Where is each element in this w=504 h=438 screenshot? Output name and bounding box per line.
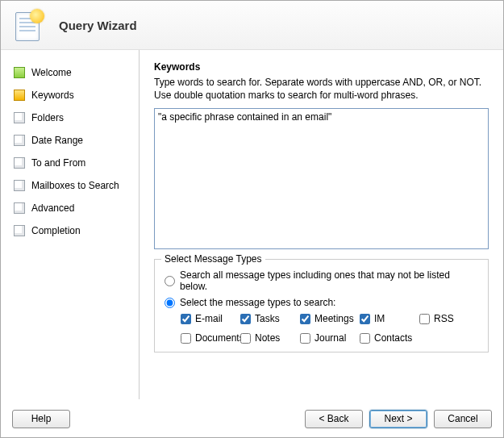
fieldset-legend: Select Message Types	[161, 253, 265, 265]
help-button[interactable]: Help	[12, 410, 70, 428]
type-documents[interactable]: Documents	[181, 332, 240, 344]
step-active-icon	[14, 90, 25, 101]
type-rss[interactable]: RSS	[419, 313, 479, 324]
type-meetings[interactable]: Meetings	[300, 313, 360, 324]
type-rss-checkbox[interactable]	[419, 314, 430, 324]
sidebar-item-label: Folders	[31, 112, 64, 123]
step-pending-icon	[14, 180, 25, 191]
sidebar-item-advanced[interactable]: Advanced	[1, 197, 139, 219]
types-grid: E-mail Tasks Meetings IM	[181, 313, 480, 344]
type-notes-checkbox[interactable]	[240, 333, 251, 344]
sidebar-item-label: To and From	[31, 157, 85, 169]
sidebar-item-welcome[interactable]: Welcome	[1, 61, 139, 84]
type-journal-checkbox[interactable]	[300, 333, 310, 344]
type-label: Documents	[195, 332, 244, 344]
next-button[interactable]: Next >	[369, 410, 427, 428]
message-types-fieldset: Select Message Types Search all message …	[154, 259, 489, 352]
type-label: RSS	[434, 313, 454, 324]
sidebar: Welcome Keywords Folders Date Range To a…	[1, 50, 140, 399]
step-pending-icon	[14, 202, 25, 214]
type-meetings-checkbox[interactable]	[300, 314, 310, 324]
type-contacts-checkbox[interactable]	[360, 333, 370, 344]
type-email-checkbox[interactable]	[181, 314, 191, 324]
main-panel: Keywords Type words to search for. Separ…	[140, 50, 503, 399]
step-pending-icon	[14, 157, 25, 169]
back-button[interactable]: < Back	[305, 410, 363, 428]
radio-all-types[interactable]: Search all message types including ones …	[165, 269, 480, 292]
sidebar-item-label: Completion	[31, 225, 81, 236]
type-im[interactable]: IM	[360, 313, 419, 324]
sidebar-item-label: Date Range	[31, 135, 83, 146]
sidebar-item-label: Mailboxes to Search	[31, 180, 119, 191]
radio-label: Search all message types including ones …	[180, 269, 480, 292]
sidebar-item-keywords[interactable]: Keywords	[1, 84, 139, 106]
type-documents-checkbox[interactable]	[181, 333, 191, 344]
type-email[interactable]: E-mail	[181, 313, 240, 324]
sidebar-item-folders[interactable]: Folders	[1, 106, 139, 129]
radio-all-types-input[interactable]	[165, 276, 175, 286]
radio-select-types-input[interactable]	[165, 298, 175, 308]
sidebar-item-label: Welcome	[31, 67, 72, 78]
sidebar-item-label: Advanced	[31, 202, 74, 214]
cancel-button[interactable]: Cancel	[434, 410, 492, 428]
header-title: Query Wizard	[59, 19, 137, 32]
type-journal[interactable]: Journal	[300, 332, 360, 344]
type-tasks-checkbox[interactable]	[240, 314, 251, 324]
sidebar-item-date-range[interactable]: Date Range	[1, 129, 139, 152]
type-label: Notes	[255, 332, 280, 344]
footer: Help < Back Next > Cancel	[1, 399, 503, 437]
type-label: Journal	[314, 332, 346, 344]
radio-select-types[interactable]: Select the message types to search:	[165, 297, 480, 308]
sidebar-item-to-from[interactable]: To and From	[1, 152, 139, 174]
type-notes[interactable]: Notes	[240, 332, 300, 344]
section-description: Type words to search for. Separate words…	[154, 76, 489, 102]
step-pending-icon	[14, 135, 25, 146]
type-label: Contacts	[374, 332, 412, 344]
type-label: Meetings	[314, 313, 354, 324]
step-done-icon	[14, 67, 25, 78]
radio-label: Select the message types to search:	[180, 297, 335, 308]
sidebar-item-mailboxes[interactable]: Mailboxes to Search	[1, 174, 139, 197]
type-contacts[interactable]: Contacts	[360, 332, 419, 344]
sidebar-item-label: Keywords	[31, 90, 74, 101]
body: Welcome Keywords Folders Date Range To a…	[1, 50, 503, 399]
step-pending-icon	[14, 112, 25, 123]
sidebar-item-completion[interactable]: Completion	[1, 219, 139, 242]
type-tasks[interactable]: Tasks	[240, 313, 300, 324]
keywords-input[interactable]	[154, 108, 489, 249]
type-label: IM	[374, 313, 385, 324]
header: Query Wizard	[1, 1, 503, 50]
section-title: Keywords	[154, 61, 489, 73]
wizard-icon	[12, 9, 44, 41]
wizard-window: Query Wizard Welcome Keywords Folders Da…	[0, 0, 504, 438]
type-label: E-mail	[195, 313, 223, 324]
type-label: Tasks	[255, 313, 280, 324]
step-pending-icon	[14, 225, 25, 236]
type-im-checkbox[interactable]	[360, 314, 370, 324]
